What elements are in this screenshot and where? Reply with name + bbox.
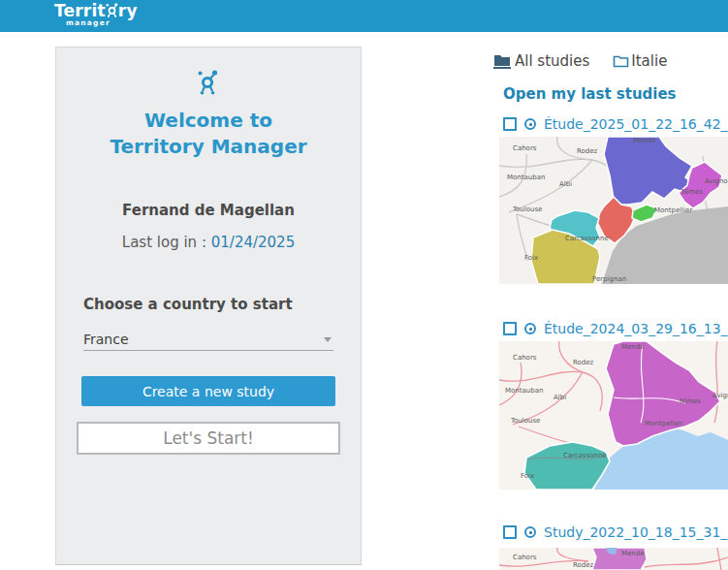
svg-text:Albi: Albi [554,394,566,401]
svg-text:Nîmes: Nîmes [681,188,703,196]
folder-outline-icon [613,54,629,69]
study-link[interactable]: Étude_2024_03_29_16_13_48 [544,321,728,336]
svg-text:Carcassonne: Carcassonne [565,235,609,242]
svg-text:Perpignan: Perpignan [592,275,626,283]
svg-text:Cahors: Cahors [513,554,537,561]
study-link[interactable]: Étude_2025_01_22_16_42_54 [544,116,728,132]
study-link[interactable]: Study_2022_10_18_15_31_57 [544,524,728,540]
last-login: Last log in : 01/24/2025 [56,234,361,251]
study-marker-icon[interactable] [524,323,536,334]
logo-text-start: Territ [54,3,106,19]
country-label: Choose a country to start [83,296,333,313]
study-marker-icon[interactable] [524,118,536,130]
svg-text:Foix: Foix [521,472,534,480]
studies-panel: All studies Italie Open my last studies … [492,0,728,570]
select-study-checkbox[interactable] [503,117,517,131]
tab-italie-label: Italie [631,52,667,70]
country-select-value: France [83,332,129,347]
svg-text:Cahors: Cahors [513,144,537,152]
create-study-button[interactable]: Create a new study [81,376,335,406]
study-map-thumbnail[interactable]: Cahors Rodez Mende Montauban Toulouse Al… [499,137,728,284]
svg-text:Montpellier: Montpellier [645,420,682,428]
svg-text:Montauban: Montauban [507,174,545,181]
svg-text:Mende: Mende [633,137,656,144]
svg-text:Montpellier: Montpellier [654,206,692,214]
svg-text:Montauban: Montauban [505,387,543,395]
welcome-title: Welcome to Territory Manager [56,108,361,160]
svg-text:Rodez: Rodez [573,561,594,569]
svg-text:Rodez: Rodez [573,359,594,366]
molecule-icon [194,69,223,98]
study-marker-icon[interactable] [524,526,536,538]
lets-start-button[interactable]: Let's Start! [77,422,340,455]
logo-title: Territ ry [54,3,138,19]
studies-tabs: All studies Italie [493,52,667,70]
svg-text:Toulouse: Toulouse [510,417,540,425]
select-study-checkbox[interactable] [503,322,517,335]
study-row: Étude_2024_03_29_16_13_48 [503,321,728,336]
welcome-title-line1: Welcome to [56,108,361,134]
app-logo[interactable]: Territ ry manager [54,3,138,27]
svg-text:Albi: Albi [559,180,572,188]
svg-text:Avignon: Avignon [712,392,728,399]
svg-text:Cahors: Cahors [513,354,537,362]
chevron-down-icon [324,337,332,342]
study-row: Study_2022_10_18_15_31_57 [503,524,728,540]
last-login-date: 01/24/2025 [211,234,295,251]
study-row: Étude_2025_01_22_16_42_54 [503,116,728,132]
svg-text:Nîmes: Nîmes [680,397,701,405]
study-map-thumbnail[interactable]: Cahors Rodez Mende [499,548,728,570]
select-study-checkbox[interactable] [503,525,517,539]
tab-all-studies[interactable]: All studies [493,52,589,70]
svg-text:Avignon: Avignon [705,177,728,185]
tab-all-studies-label: All studies [515,52,589,70]
last-login-label: Last log in : [122,234,206,251]
tab-italie[interactable]: Italie [613,52,667,70]
svg-text:Mende: Mende [621,343,645,351]
svg-text:Foix: Foix [524,254,538,262]
welcome-title-line2: Territory Manager [56,134,361,160]
svg-text:Rodez: Rodez [577,147,598,155]
svg-text:Toulouse: Toulouse [512,206,542,213]
user-name: Fernand de Magellan [56,202,361,219]
country-select[interactable]: France [83,329,333,351]
folder-filled-icon [493,53,513,70]
svg-text:Mende: Mende [621,550,645,557]
welcome-card: Welcome to Territory Manager Fernand de … [55,47,362,565]
logo-text-end: ry [118,3,138,19]
studies-heading: Open my last studies [503,85,677,103]
svg-text:Carcassonne: Carcassonne [563,452,607,459]
study-map-thumbnail[interactable]: Cahors Rodez Mende Montauban Albi Toulou… [499,341,728,490]
molecule-o-icon [106,3,118,17]
